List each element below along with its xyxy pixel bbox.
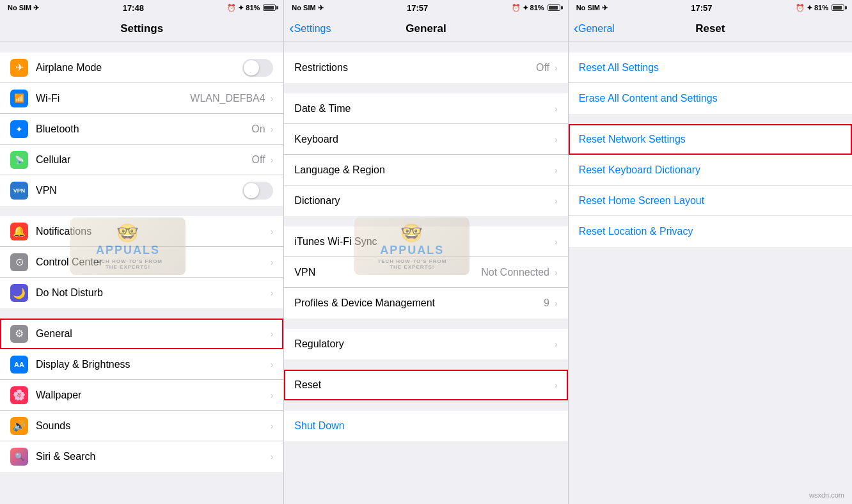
- airplane-icon: ✈: [10, 59, 28, 77]
- row-reset-home-screen[interactable]: Reset Home Screen Layout: [569, 185, 852, 216]
- page-title-general: General: [406, 22, 446, 35]
- restrictions-label: Restrictions: [294, 62, 536, 74]
- vpn-toggle[interactable]: [242, 182, 273, 200]
- nav-bar-3: ‹ General Reset: [569, 15, 852, 42]
- language-chevron: ›: [555, 165, 558, 175]
- control-center-icon: ⊙: [10, 253, 28, 271]
- wifi-value: WLAN_DEFBA4: [190, 93, 265, 104]
- status-right-2: ⏰ ✦ 81%: [512, 4, 560, 12]
- row-reset-location[interactable]: Reset Location & Privacy: [569, 216, 852, 247]
- general-chevron: ›: [271, 329, 274, 339]
- regulatory-chevron: ›: [555, 339, 558, 349]
- section-regulatory: Regulatory ›: [284, 329, 567, 359]
- row-language[interactable]: Language & Region ›: [284, 155, 567, 185]
- battery-icon-1: [263, 4, 276, 11]
- datetime-chevron: ›: [555, 104, 558, 114]
- row-reset-keyboard[interactable]: Reset Keyboard Dictionary: [569, 155, 852, 185]
- bluetooth-label: Bluetooth: [36, 123, 251, 135]
- row-regulatory[interactable]: Regulatory ›: [284, 329, 567, 359]
- status-left-3: No SIM ✈: [576, 4, 608, 12]
- row-vpn-general[interactable]: VPN Not Connected ›: [284, 257, 567, 288]
- status-bar-1: No SIM ✈ 17:48 ⏰ ✦ 81%: [0, 0, 283, 15]
- bluetooth-chevron: ›: [271, 124, 274, 134]
- reset-location-label: Reset Location & Privacy: [579, 226, 842, 237]
- do-not-disturb-chevron: ›: [271, 288, 274, 298]
- row-bluetooth[interactable]: ✦ Bluetooth On ›: [0, 114, 283, 145]
- status-bar-2: No SIM ✈ 17:57 ⏰ ✦ 81%: [284, 0, 567, 15]
- row-datetime[interactable]: Date & Time ›: [284, 93, 567, 124]
- bluetooth-icon: ✦: [10, 120, 28, 138]
- row-sounds[interactable]: 🔊 Sounds ›: [0, 411, 283, 441]
- row-reset[interactable]: Reset ›: [284, 370, 567, 400]
- status-left-2: No SIM ✈: [292, 4, 323, 12]
- shutdown-label: Shut Down: [294, 420, 344, 432]
- general-panel: No SIM ✈ 17:57 ⏰ ✦ 81% ‹ Settings Genera…: [284, 0, 568, 504]
- airplane-toggle[interactable]: [242, 59, 273, 77]
- sounds-icon: 🔊: [10, 417, 28, 435]
- row-notifications[interactable]: 🔔 Notifications ›: [0, 216, 283, 247]
- row-vpn[interactable]: VPN VPN: [0, 175, 283, 206]
- datetime-label: Date & Time: [294, 103, 553, 114]
- row-display-brightness[interactable]: AA Display & Brightness ›: [0, 349, 283, 380]
- battery-percent-2: 81%: [530, 4, 544, 12]
- back-chevron-3: ‹: [574, 22, 578, 36]
- row-cellular[interactable]: 📡 Cellular Off ›: [0, 145, 283, 175]
- cellular-value: Off: [252, 154, 265, 166]
- restrictions-chevron: ›: [555, 63, 558, 73]
- row-shutdown[interactable]: Shut Down: [284, 411, 567, 441]
- row-siri[interactable]: 🔍 Siri & Search ›: [0, 441, 283, 472]
- row-general[interactable]: ⚙ General ›: [0, 319, 283, 349]
- back-chevron-2: ‹: [289, 22, 294, 36]
- row-reset-all-settings[interactable]: Reset All Settings: [569, 52, 852, 83]
- reset-list[interactable]: Reset All Settings Erase All Content and…: [569, 42, 852, 504]
- row-erase-all[interactable]: Erase All Content and Settings: [569, 83, 852, 114]
- display-chevron: ›: [271, 359, 274, 370]
- row-itunes-wifi[interactable]: iTunes Wi-Fi Sync ›: [284, 226, 567, 257]
- row-dictionary[interactable]: Dictionary ›: [284, 185, 567, 216]
- battery-icon-2: [548, 4, 560, 11]
- bluetooth-value: On: [251, 123, 265, 135]
- section-connectivity: ✈ Airplane Mode 📶 Wi-Fi WLAN_DEFBA4 › ✦ …: [0, 52, 283, 206]
- settings-panel: No SIM ✈ 17:48 ⏰ ✦ 81% Settings ✈ Airpla…: [0, 0, 284, 504]
- general-list[interactable]: Restrictions Off › Date & Time › Keyboar…: [284, 42, 567, 504]
- general-label: General: [36, 328, 269, 340]
- section-reset: Reset ›: [284, 370, 567, 400]
- row-do-not-disturb[interactable]: 🌙 Do Not Disturb ›: [0, 278, 283, 308]
- siri-icon: 🔍: [10, 448, 28, 466]
- back-to-general[interactable]: ‹ General: [574, 22, 615, 36]
- notifications-icon: 🔔: [10, 223, 28, 240]
- dictionary-chevron: ›: [555, 196, 558, 206]
- row-profiles[interactable]: Profiles & Device Management 9 ›: [284, 288, 567, 319]
- row-wallpaper[interactable]: 🌸 Wallpaper ›: [0, 380, 283, 411]
- section-display: ⚙ General › AA Display & Brightness › 🌸 …: [0, 319, 283, 472]
- profiles-chevron: ›: [555, 298, 558, 308]
- reset-all-settings-label: Reset All Settings: [579, 62, 842, 74]
- regulatory-label: Regulatory: [294, 338, 553, 350]
- wifi-icon: 📶: [10, 90, 28, 107]
- reset-home-screen-label: Reset Home Screen Layout: [579, 195, 842, 207]
- status-time-3: 17:57: [691, 3, 712, 13]
- nav-bar-1: Settings: [0, 15, 283, 42]
- page-title-settings: Settings: [120, 22, 163, 35]
- wifi-chevron: ›: [271, 93, 274, 104]
- siri-label: Siri & Search: [36, 451, 269, 462]
- row-control-center[interactable]: ⊙ Control Center ›: [0, 247, 283, 278]
- back-label-3: General: [578, 23, 615, 35]
- status-time-2: 17:57: [407, 3, 428, 13]
- restrictions-value: Off: [536, 62, 549, 74]
- row-airplane-mode[interactable]: ✈ Airplane Mode: [0, 52, 283, 83]
- status-left-1: No SIM ✈: [8, 4, 39, 12]
- row-wifi[interactable]: 📶 Wi-Fi WLAN_DEFBA4 ›: [0, 83, 283, 114]
- row-keyboard[interactable]: Keyboard ›: [284, 124, 567, 155]
- do-not-disturb-icon: 🌙: [10, 284, 28, 302]
- section-itunes: iTunes Wi-Fi Sync › VPN Not Connected › …: [284, 226, 567, 319]
- settings-list[interactable]: ✈ Airplane Mode 📶 Wi-Fi WLAN_DEFBA4 › ✦ …: [0, 42, 283, 504]
- row-restrictions[interactable]: Restrictions Off ›: [284, 52, 567, 83]
- reset-label: Reset: [294, 379, 553, 391]
- row-reset-network[interactable]: Reset Network Settings: [569, 124, 852, 155]
- back-to-settings[interactable]: ‹ Settings: [289, 22, 331, 36]
- status-time-1: 17:48: [123, 3, 144, 13]
- vpn-general-chevron: ›: [555, 267, 558, 278]
- vpn-icon: VPN: [10, 182, 28, 200]
- dictionary-label: Dictionary: [294, 195, 553, 207]
